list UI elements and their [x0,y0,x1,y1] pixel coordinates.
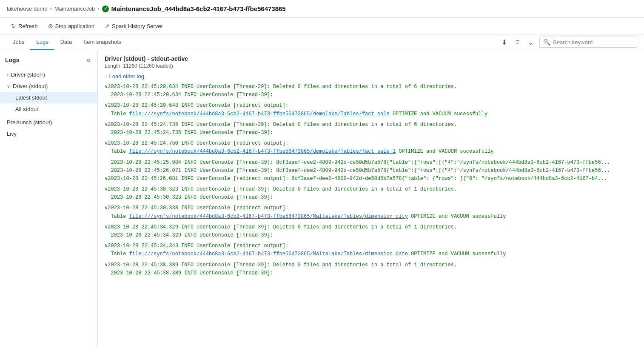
sidebar-item-latest-stdout[interactable]: Latest stdout [0,92,97,103]
log-line: ∨2023-10-28 22:45:24,735 INFO UserConsol… [105,121,637,129]
log-header: Driver (stdout) - stdout-active Length: … [98,50,644,71]
log-file-link[interactable]: file:///synfs/notebook/444bd8a3-6cb2-416… [129,251,408,257]
log-line: ∨2023-10-28 22:45:34,329 INFO UserConsol… [105,223,637,231]
collapse-icon: ∨ [7,83,10,89]
external-link-icon: ↗ [105,23,110,29]
sidebar: Logs « › Driver (stderr) ∨ Driver (stdou… [0,50,98,348]
tab-data[interactable]: Data [54,34,78,50]
log-line: 2023-10-28 22:45:20,634 INFO UserConsole… [105,91,637,99]
expand-icon: › [7,72,9,77]
log-line: 2023-10-28 22:45:24,735 INFO UserConsole… [105,129,637,137]
breadcrumb-sep2: › [97,6,99,12]
sidebar-item-driver-stderr[interactable]: › Driver (stderr) [0,69,97,80]
filter-icon[interactable]: ≡ [513,37,522,48]
log-content: Driver (stdout) - stdout-active Length: … [98,50,644,348]
log-line: ∨2023-10-28 22:45:24,750 INFO UserConsol… [105,140,637,148]
log-line: ∨2023-10-28 22:45:20,634 INFO UserConsol… [105,83,637,91]
log-line: Table file:///synfs/notebook/444bd8a3-6c… [105,250,637,258]
log-lines[interactable]: ∨2023-10-28 22:45:20,634 INFO UserConsol… [98,83,644,348]
sidebar-item-livy[interactable]: Livy [0,128,97,140]
log-line: ∨2023-10-28 22:45:30,323 INFO UserConsol… [105,185,637,194]
log-line: 2023-10-28 22:45:25,984 INFO UserConsole… [105,159,637,167]
log-length: Length: 11260 (11260 loaded) [105,63,637,69]
sidebar-item-driver-stdout[interactable]: ∨ Driver (stdout) [0,80,97,92]
chevron-down-icon[interactable]: ⌄ [525,37,536,48]
main-layout: Logs « › Driver (stderr) ∨ Driver (stdou… [0,50,644,348]
arrow-up-icon: ↑ [105,73,108,80]
stop-application-button[interactable]: ⊗ Stop application [44,20,99,31]
log-line: Table file:///synfs/notebook/444bd8a3-6c… [105,148,637,156]
search-box: 🔍 [539,37,637,48]
breadcrumb: lakehouse demo › MaintenanceJob › Mainte… [0,0,644,18]
breadcrumb-item2[interactable]: MaintenanceJob [54,6,95,12]
log-line: ∨2023-10-28 22:45:38,389 INFO UserConsol… [105,261,637,269]
status-icon [102,6,109,12]
stop-icon: ⊗ [48,23,53,29]
log-line: 2023-10-28 22:45:38,389 INFO UserConsole… [105,269,637,277]
refresh-button[interactable]: ↻ Refresh [7,20,42,31]
log-title: Driver (stdout) - stdout-active [105,55,637,62]
sidebar-item-all-stdout[interactable]: All stdout [0,103,97,115]
tab-snapshots[interactable]: Item snapshots [78,34,127,50]
log-file-link[interactable]: file:///synfs/notebook/444bd8a3-6cb2-416… [129,111,390,117]
breadcrumb-active: MaintenanceJob_444bd8a3-6cb2-4167-b473-f… [102,5,286,12]
download-icon[interactable]: ⬇ [499,37,510,48]
log-line: Table file:///synfs/notebook/444bd8a3-6c… [105,213,637,221]
breadcrumb-item1[interactable]: lakehouse demo [7,6,47,12]
refresh-icon: ↻ [11,23,16,29]
breadcrumb-sep1: › [50,6,51,12]
spark-history-button[interactable]: ↗ Spark History Server [100,20,167,31]
log-file-link[interactable]: file:///synfs/notebook/444bd8a3-6cb2-416… [129,148,396,154]
log-file-link[interactable]: file:///synfs/notebook/444bd8a3-6cb2-416… [129,214,408,220]
log-line: ∨2023-10-28 22:45:20,648 INFO UserConsol… [105,102,637,110]
tabs-bar: Jobs Logs Data Item snapshots ⬇ ≡ ⌄ 🔍 [0,34,644,50]
toolbar: ↻ Refresh ⊗ Stop application ↗ Spark His… [0,18,644,34]
sidebar-item-prelaunch[interactable]: Prelaunch (stdout) [0,117,97,128]
log-line: ∨2023-10-28 22:45:30,338 INFO UserConsol… [105,204,637,212]
log-line: Table file:///synfs/notebook/444bd8a3-6c… [105,110,637,118]
tab-jobs[interactable]: Jobs [7,34,30,50]
sidebar-collapse-button[interactable]: « [85,55,92,65]
log-line: ∨2023-10-28 22:45:34,343 INFO UserConsol… [105,242,637,250]
tabs-toolbar: ⬇ ≡ ⌄ 🔍 [499,37,637,48]
search-input[interactable] [553,39,633,46]
search-icon: 🔍 [543,39,550,46]
log-line: ∨2023-10-28 22:45:26,081 INFO UserConsol… [105,175,637,183]
sidebar-title: Logs [5,57,19,63]
log-line: 2023-10-28 22:45:30,323 INFO UserConsole… [105,194,637,202]
log-line: 2023-10-28 22:45:34,329 INFO UserConsole… [105,231,637,240]
tab-logs[interactable]: Logs [30,34,54,50]
sidebar-header: Logs « [0,55,97,69]
log-line: 2023-10-28 22:45:26,071 INFO UserConsole… [105,167,637,175]
load-older-button[interactable]: ↑ Load older log [98,71,644,83]
